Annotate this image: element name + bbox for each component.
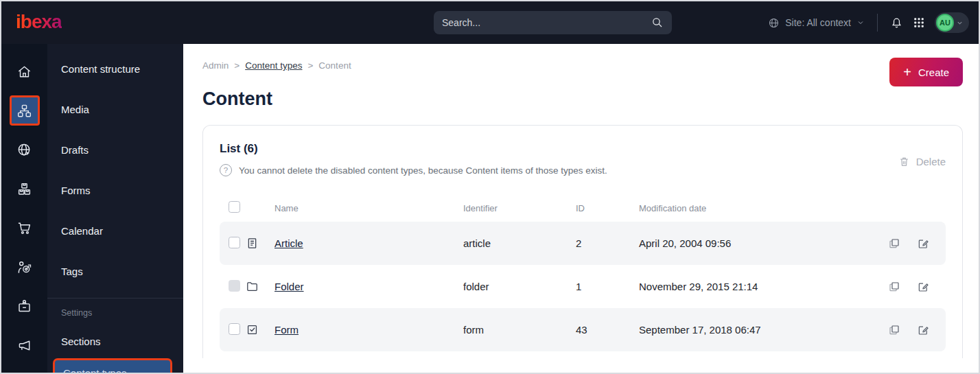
table-row: Folder folder 1 November 29, 2015 21:14 xyxy=(220,265,946,308)
sidebar-item-drafts[interactable]: Drafts xyxy=(47,136,183,164)
copy-icon[interactable] xyxy=(888,237,917,250)
edit-icon[interactable] xyxy=(917,324,946,336)
breadcrumb: Admin > Content types > Content xyxy=(202,60,963,71)
sidebar-item-sections[interactable]: Sections xyxy=(47,327,183,355)
column-identifier: Identifier xyxy=(463,203,576,213)
topbar: ibexa Site: All context xyxy=(1,1,979,44)
breadcrumb-separator: > xyxy=(307,60,313,71)
breadcrumb-content: Content xyxy=(318,60,351,71)
create-button[interactable]: + Create xyxy=(889,58,963,86)
marketing-megaphone-icon[interactable] xyxy=(10,330,40,360)
avatar: AU xyxy=(936,14,954,32)
table-header: Name Identifier ID Modification date xyxy=(220,194,946,222)
table-row: Form form 43 September 17, 2018 06:47 xyxy=(220,308,946,351)
id-cell: 1 xyxy=(576,281,639,292)
id-cell: 2 xyxy=(576,237,639,249)
site-context-selector[interactable]: Site: All context xyxy=(768,17,865,29)
globe-icon xyxy=(768,17,780,29)
row-checkbox[interactable] xyxy=(229,237,240,248)
sidebar-menu: Content structure Media Drafts Forms Cal… xyxy=(47,44,183,374)
notifications-bell-icon[interactable] xyxy=(890,16,903,30)
settings-section: Settings Sections Content types Object S… xyxy=(47,298,183,374)
sidebar-item-calendar[interactable]: Calendar xyxy=(47,217,183,245)
ibexa-logo[interactable]: ibexa xyxy=(16,11,62,33)
apps-grid-icon[interactable] xyxy=(913,16,925,29)
content-types-list-card: List (6) ? You cannot delete the disable… xyxy=(202,125,963,358)
table-row: Article article 2 April 20, 2004 09:56 xyxy=(220,222,946,265)
column-modification-date: Modification date xyxy=(639,203,888,213)
select-all-checkbox[interactable] xyxy=(229,201,240,213)
info-text: You cannot delete the disabled content t… xyxy=(239,165,607,176)
search-bar[interactable] xyxy=(434,11,672,34)
breadcrumb-admin: Admin xyxy=(202,60,229,71)
search-icon[interactable] xyxy=(651,16,664,29)
delete-button[interactable]: Delete xyxy=(898,156,946,167)
plus-icon: + xyxy=(903,65,911,79)
home-icon[interactable] xyxy=(10,56,40,86)
site-management-icon[interactable] xyxy=(10,135,40,165)
edit-icon[interactable] xyxy=(917,237,946,250)
identifier-cell: article xyxy=(463,237,576,249)
modification-date-cell: September 17, 2018 06:47 xyxy=(639,324,888,336)
list-title: List (6) xyxy=(220,142,946,156)
content-types-table: Name Identifier ID Modification date Art… xyxy=(220,194,946,351)
chevron-down-icon xyxy=(956,19,964,27)
row-checkbox[interactable] xyxy=(229,323,240,335)
help-icon: ? xyxy=(220,164,232,176)
breadcrumb-separator: > xyxy=(234,60,240,71)
chevron-down-icon xyxy=(856,19,865,27)
main-content: Admin > Content types > Content + Create… xyxy=(183,44,979,374)
content-structure-icon[interactable] xyxy=(10,95,40,126)
info-row: ? You cannot delete the disabled content… xyxy=(220,164,946,176)
trash-icon xyxy=(898,156,910,167)
identifier-cell: form xyxy=(463,324,576,336)
sidebar-item-tags[interactable]: Tags xyxy=(47,257,183,285)
product-catalog-icon[interactable] xyxy=(10,174,40,204)
form-icon xyxy=(246,323,275,336)
create-button-label: Create xyxy=(918,67,949,78)
site-context-label: Site: All context xyxy=(785,17,851,28)
column-name: Name xyxy=(275,203,463,213)
topbar-divider xyxy=(877,14,878,32)
modification-date-cell: November 29, 2015 21:14 xyxy=(639,281,888,292)
row-checkbox-disabled xyxy=(229,280,240,292)
content-type-link[interactable]: Folder xyxy=(275,281,304,292)
sidebar-item-forms[interactable]: Forms xyxy=(47,176,183,204)
user-menu[interactable]: AU xyxy=(935,12,969,33)
admin-badge-icon[interactable] xyxy=(10,291,40,321)
modification-date-cell: April 20, 2004 09:56 xyxy=(639,237,888,249)
icon-rail xyxy=(1,44,47,374)
id-cell: 43 xyxy=(576,324,639,336)
ibexa-admin-screen: ibexa Site: All context xyxy=(0,0,980,374)
sidebar-item-content-structure[interactable]: Content structure xyxy=(47,55,183,83)
commerce-cart-icon[interactable] xyxy=(10,213,40,243)
copy-icon[interactable] xyxy=(888,281,917,293)
delete-button-label: Delete xyxy=(916,156,946,167)
content-type-link[interactable]: Form xyxy=(275,324,299,336)
article-icon xyxy=(246,237,275,250)
sidebar-item-content-types[interactable]: Content types xyxy=(53,358,172,374)
copy-icon[interactable] xyxy=(888,324,917,336)
breadcrumb-content-types[interactable]: Content types xyxy=(245,60,302,71)
topbar-right: Site: All context AU xyxy=(768,1,969,44)
settings-section-label: Settings xyxy=(47,308,183,318)
sidebar-item-media[interactable]: Media xyxy=(47,95,183,124)
identifier-cell: folder xyxy=(463,281,576,292)
content-type-link[interactable]: Article xyxy=(275,237,303,249)
search-input[interactable] xyxy=(442,17,651,28)
edit-icon[interactable] xyxy=(917,281,946,293)
folder-icon xyxy=(246,280,275,293)
page-title: Content xyxy=(202,89,963,110)
personalization-icon[interactable] xyxy=(10,252,40,282)
column-id: ID xyxy=(576,203,639,213)
